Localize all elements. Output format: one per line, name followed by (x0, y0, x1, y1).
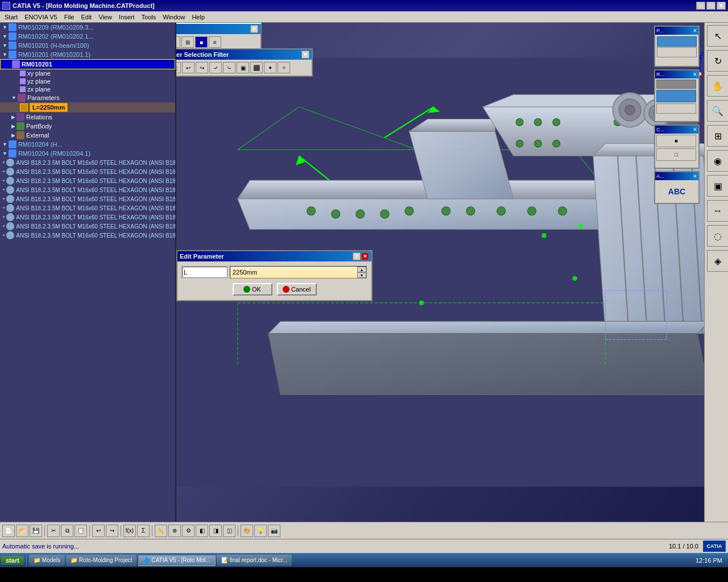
viewport-3d[interactable]: Graphic Properties ✕ ───── 0% ────── ✕ □ (176, 23, 728, 522)
taskbar-roto-project[interactable]: 📁 Roto-Molding Project (66, 555, 136, 566)
bt-redo[interactable]: ↪ (106, 525, 118, 537)
minimize-button[interactable]: ─ (696, 2, 705, 10)
menu-start[interactable]: Start (1, 13, 21, 22)
param-value-input[interactable]: 2250mm ▲ ▼ (230, 266, 367, 278)
bt-func[interactable]: f(x) (123, 525, 136, 537)
r-item-1[interactable] (656, 90, 696, 102)
mini-panel-r-close[interactable]: ✕ (693, 72, 697, 77)
tree-item-bolt3[interactable]: + ANSI B18.2.3.5M BOLT M16x60 STEEL HEXA… (0, 176, 175, 185)
mini-panel-c-close[interactable]: ✕ (693, 127, 697, 132)
tree-item-rm010201-1[interactable]: ▼ RM010201 (RM010201.1) (0, 50, 175, 59)
tree-item-yz-plane[interactable]: yz plane (0, 77, 175, 85)
tree-item-rm010202[interactable]: ▼ RM010202 (RM010202.1... (0, 32, 175, 41)
bt-assembly[interactable]: ◨ (209, 525, 222, 537)
tree-item-bolt1[interactable]: + ANSI B18.2.3.5M BOLT M16x60 STEEL HEXA… (0, 158, 175, 167)
sel-btn-4[interactable]: ⤶ (209, 62, 222, 73)
bt-cut[interactable]: ✂ (47, 525, 60, 537)
ok-button[interactable]: OK (233, 283, 272, 296)
gp-btn-color[interactable]: ■ (195, 36, 208, 48)
menu-tools[interactable]: Tools (138, 13, 160, 22)
bt-measure[interactable]: 📐 (155, 525, 167, 537)
tree-item-zx-plane[interactable]: zx plane (0, 85, 175, 93)
param-name-input[interactable]: L (182, 267, 228, 278)
tree-item-xy-plane[interactable]: xy plane (0, 69, 175, 77)
bt-render[interactable]: 🎨 (241, 525, 253, 537)
tree-item-bolt6[interactable]: + ANSI B18.2.3.5M BOLT M16x60 STEEL HEXA… (0, 203, 175, 213)
sel-btn-3[interactable]: ↪ (196, 62, 208, 73)
edit-param-close[interactable]: ✕ (361, 252, 369, 260)
sel-btn-9[interactable]: ✧ (278, 62, 290, 73)
start-button[interactable]: start (1, 556, 24, 565)
gp-btn-layer[interactable]: ≡ (209, 36, 221, 48)
edit-param-help[interactable]: ? (353, 252, 361, 260)
sel-btn-1[interactable]: ⬚ (176, 62, 181, 73)
tool-view[interactable]: ◉ (707, 150, 728, 172)
bt-new[interactable]: 📄 (2, 525, 15, 537)
r-item-2[interactable] (656, 103, 696, 114)
bt-camera[interactable]: 📷 (268, 525, 280, 537)
taskbar-catia[interactable]: 🔷 CATIA V5 - [Roto Mol... (138, 555, 215, 566)
tool-rotate[interactable]: ↻ (707, 50, 728, 72)
c-item-2[interactable]: □ (656, 148, 696, 161)
tree-panel[interactable]: ▼ RM010209 (RM010209.3... ▼ RM010202 (RM… (0, 23, 176, 522)
sel-btn-7[interactable]: ⬛ (250, 62, 263, 73)
gp-btn-4[interactable]: ◇ (176, 36, 180, 48)
tool-fit[interactable]: ⊞ (707, 125, 728, 147)
menu-window[interactable]: Window (159, 13, 188, 22)
tree-item-bolt7[interactable]: + ANSI B18.2.3.5M BOLT M16x60 STEEL HEXA… (0, 213, 175, 222)
tree-item-rm010204-1[interactable]: ▼ RM010204 (RM010204.1) (0, 149, 175, 158)
maximize-button[interactable]: □ (706, 2, 715, 10)
c-item-1[interactable]: ■ (656, 135, 696, 147)
menu-insert[interactable]: Insert (115, 13, 138, 22)
cancel-button[interactable]: Cancel (277, 283, 317, 296)
tree-item-rm010201-hbeam[interactable]: ▼ RM010201 (H-beam/100) (0, 41, 175, 50)
tool-pan[interactable]: ✋ (707, 75, 728, 97)
tree-item-rm010209[interactable]: ▼ RM010209 (RM010209.3... (0, 23, 175, 32)
bt-analyze[interactable]: ⚙ (182, 525, 195, 537)
tree-item-parameters[interactable]: ▼ Parameters (0, 93, 175, 102)
tree-item-bolt5[interactable]: + ANSI B18.2.3.5M BOLT M16x60 STEEL HEXA… (0, 194, 175, 203)
bt-undo[interactable]: ↩ (92, 525, 105, 537)
tool-section[interactable]: ▣ (707, 175, 728, 197)
bt-save[interactable]: 💾 (30, 525, 42, 537)
mini-panel-a-close[interactable]: ✕ (693, 173, 697, 179)
taskbar-word[interactable]: 📝 final report.doc - Micr... (217, 555, 292, 566)
p-item-2[interactable] (657, 47, 697, 57)
tree-item-rm010201[interactable]: RM010201 (0, 59, 175, 69)
bt-constraint[interactable]: ⊕ (168, 525, 181, 537)
tool-hide[interactable]: ◌ (707, 225, 728, 247)
param-spin-up[interactable]: ▲ (357, 267, 366, 272)
gp-btn-5[interactable]: ⊞ (181, 36, 194, 48)
tool-isolate[interactable]: ◈ (707, 250, 728, 272)
tree-item-external[interactable]: ▶ External (0, 131, 175, 140)
menu-view[interactable]: View (95, 13, 115, 22)
bt-formula[interactable]: Σ (137, 525, 150, 537)
menu-help[interactable]: Help (188, 13, 208, 22)
sel-btn-2[interactable]: ↩ (182, 62, 195, 73)
bt-copy[interactable]: ⧉ (61, 525, 73, 537)
param-spin-down[interactable]: ▼ (357, 272, 366, 278)
sel-btn-6[interactable]: ▣ (237, 62, 249, 73)
menu-enovia[interactable]: ENOVIA V5 (21, 13, 60, 22)
tree-item-bolt8[interactable]: + ANSI B18.2.3.5M BOLT M16x60 STEEL HEXA… (0, 222, 175, 231)
tree-item-rm010204-h[interactable]: ▼ RM010204 (H... (0, 140, 175, 149)
tool-select[interactable]: ↖ (707, 25, 728, 47)
tree-item-bolt9[interactable]: + ANSI B18.2.3.5M BOLT M16x60 STEEL HEXA… (0, 231, 175, 240)
bt-drawing[interactable]: ◫ (223, 525, 235, 537)
sel-btn-5[interactable]: ⤷ (223, 62, 235, 73)
tree-item-relations[interactable]: ▶ Relations (0, 113, 175, 122)
p-item-1[interactable] (657, 36, 697, 47)
menu-file[interactable]: File (61, 13, 78, 22)
tool-zoom[interactable]: 🔍 (707, 100, 728, 122)
sel-btn-8[interactable]: ✦ (264, 62, 276, 73)
tree-item-l-param[interactable]: L=2250mm (0, 102, 175, 113)
bt-part[interactable]: ◧ (196, 525, 208, 537)
user-sel-close[interactable]: ✕ (301, 51, 309, 59)
bt-open[interactable]: 📂 (16, 525, 28, 537)
graphic-props-close[interactable]: ✕ (250, 25, 258, 33)
menu-edit[interactable]: Edit (77, 13, 95, 22)
tree-item-bolt4[interactable]: + ANSI B18.2.3.5M BOLT M16x60 STEEL HEXA… (0, 185, 175, 194)
tree-item-partbody[interactable]: ▶ PartBody (0, 122, 175, 131)
tree-item-bolt2[interactable]: + ANSI B18.2.3.5M BOLT M16x60 STEEL HEXA… (0, 167, 175, 176)
mini-panel-p-close[interactable]: ✕ (693, 28, 697, 34)
